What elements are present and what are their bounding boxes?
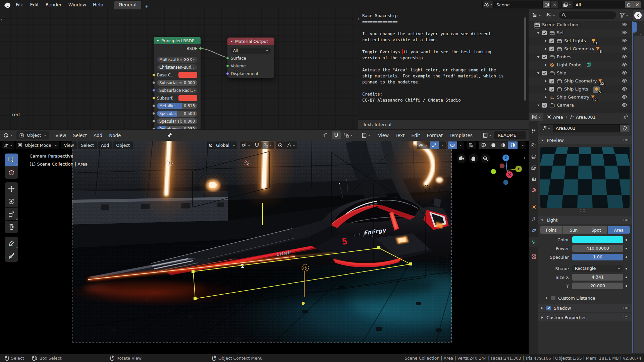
disclosure-triangle[interactable] <box>544 47 547 52</box>
shader-menu-select[interactable]: Select <box>69 131 90 140</box>
panel-light-header[interactable]: Light <box>538 216 632 224</box>
collection-checkbox[interactable] <box>549 87 554 92</box>
input-socket[interactable] <box>226 57 229 60</box>
scene-name[interactable]: Scene <box>494 2 542 7</box>
area-edge-highlight[interactable] <box>632 21 633 353</box>
shadow-checkbox[interactable] <box>546 306 551 310</box>
node-row-displacement[interactable]: Displacement <box>231 70 271 77</box>
viewport-3d[interactable]: EnErgy 5 CHMP 2 <box>0 141 529 354</box>
properties-tab-render[interactable] <box>529 140 538 150</box>
outliner-item-label[interactable]: Ship Lights <box>564 85 588 93</box>
expand-region-button[interactable] <box>634 12 642 19</box>
proportional-editing-icon[interactable] <box>276 141 285 149</box>
scene-copy-button[interactable] <box>542 1 550 8</box>
overlays-dropdown[interactable] <box>458 141 464 149</box>
outliner-row-light-probe-5[interactable]: Light Probe <box>529 61 632 69</box>
properties-tab-world[interactable] <box>529 185 538 195</box>
add-workspace-button[interactable]: + <box>141 3 152 9</box>
node-collapse-icon[interactable] <box>156 39 159 42</box>
properties-tab-view-layer[interactable] <box>529 163 538 173</box>
node-row-surface[interactable]: Surface <box>231 55 271 61</box>
view-layer-name[interactable]: All <box>573 2 625 7</box>
annotate-tool[interactable] <box>5 237 18 249</box>
outliner-item-label[interactable]: Set <box>557 29 564 37</box>
outliner-item-label[interactable]: Scene Collection <box>542 21 578 29</box>
shader-menu-add[interactable]: Add <box>90 131 106 140</box>
properties-tab-texture[interactable] <box>529 251 538 261</box>
menu-render[interactable]: Render <box>42 2 65 7</box>
outliner-row-ship-geometry-7[interactable]: Ship Geometry32 <box>529 77 632 85</box>
cursor-tool[interactable] <box>5 166 18 179</box>
outliner-row-probes-4[interactable]: Probes <box>529 53 632 61</box>
text-datablock-icon[interactable] <box>481 133 494 138</box>
input-socket[interactable] <box>152 104 155 107</box>
hide-eye-icon[interactable] <box>622 63 627 68</box>
menu-window[interactable]: Window <box>65 2 90 7</box>
size-x-field[interactable]: 4.341 <box>572 274 623 281</box>
shader-menu-node[interactable]: Node <box>106 131 124 140</box>
shading-dropdown[interactable] <box>520 141 526 149</box>
outliner-row-set-geometry-3[interactable]: Set Geometry8 <box>529 45 632 53</box>
panel-drag-dots[interactable] <box>623 139 629 141</box>
node-row-specular[interactable]: Specular:0.500 <box>157 110 197 117</box>
node-principled-bsdf[interactable]: Principled BSDF BSDF Multiscatter GGX Ch… <box>154 37 201 129</box>
gizmo-axis-y-neg[interactable] <box>491 169 496 174</box>
text-menu-edit[interactable]: Edit <box>408 131 423 140</box>
gizmos-dropdown[interactable] <box>439 141 446 149</box>
disclosure-closed-icon[interactable] <box>545 297 548 300</box>
light-id-icon-dropdown[interactable] <box>540 124 553 132</box>
hide-eye-icon[interactable] <box>622 87 627 92</box>
measure-tool[interactable] <box>5 249 18 262</box>
animate-dot[interactable] <box>626 248 627 249</box>
view-layer-icon[interactable] <box>562 1 573 8</box>
properties-tab-output[interactable] <box>529 152 538 162</box>
menu-edit[interactable]: Edit <box>27 2 42 7</box>
rotate-tool[interactable] <box>5 195 18 207</box>
outliner-row-ship-6[interactable]: Ship <box>529 69 632 77</box>
hide-eye-icon[interactable] <box>622 95 627 100</box>
disclosure-triangle[interactable] <box>537 31 540 36</box>
snap-magnet-icon[interactable] <box>252 141 262 149</box>
light-id-name-field[interactable]: Area.001 <box>553 124 620 132</box>
disclosure-triangle[interactable] <box>544 39 547 44</box>
node-dropdown[interactable]: Subsurface Radi.. <box>157 87 197 94</box>
node-material-output[interactable]: Material Output All SurfaceVolumeDisplac… <box>227 38 274 78</box>
node-collapse-icon[interactable] <box>230 40 233 43</box>
datablock-badge-light[interactable]: 7 <box>591 38 596 44</box>
node-row-base-c-[interactable]: Base C.. <box>157 72 197 78</box>
light-color-swatch[interactable] <box>572 236 623 243</box>
panel-preview-header[interactable]: Preview <box>538 136 632 144</box>
hide-eye-icon[interactable] <box>622 22 627 27</box>
viewport-menu-view[interactable]: View <box>61 141 77 149</box>
collection-checkbox[interactable] <box>549 47 554 51</box>
menu-file[interactable]: File <box>12 2 27 7</box>
properties-tab-object[interactable] <box>529 202 538 212</box>
size-y-field[interactable]: 20.000 <box>572 283 623 289</box>
shading-material-icon[interactable] <box>498 141 508 149</box>
sidebar-expand-chevron[interactable]: ‹ <box>523 155 525 161</box>
datablock-badge-mesh[interactable]: 32 <box>590 95 595 101</box>
panel-custom-properties-header[interactable]: Custom Properties <box>538 313 632 321</box>
text-menu-text[interactable]: Text <box>392 131 408 140</box>
collection-checkbox[interactable] <box>542 103 547 108</box>
scene-unlink-button[interactable]: ✕ <box>550 1 558 8</box>
animate-dot[interactable] <box>626 285 627 287</box>
node-row-subsurface-radi-[interactable]: Subsurface Radi.. <box>157 87 197 94</box>
animate-dot[interactable] <box>626 239 627 241</box>
outliner-row-set-1[interactable]: Set <box>529 29 632 37</box>
snap-target-dropdown[interactable] <box>341 132 355 138</box>
toolbar-expand-chevron[interactable]: › <box>0 17 2 22</box>
panel-drag-dots[interactable] <box>623 307 629 309</box>
fake-user-shield-button[interactable] <box>620 124 630 132</box>
snap-with-icon[interactable] <box>262 141 274 149</box>
node-row-specular-ti[interactable]: Specular Ti:0.000 <box>157 118 197 124</box>
text-menu-format[interactable]: Format <box>424 131 446 140</box>
node-slider[interactable]: Specular Ti:0.000 <box>157 118 197 124</box>
outliner-display-mode-dropdown[interactable] <box>531 12 543 18</box>
outliner-filter-dropdown[interactable] <box>618 13 630 18</box>
disclosure-triangle[interactable] <box>544 95 547 100</box>
outliner-item-label[interactable]: Ship Geometry <box>557 93 589 101</box>
panel-shadow-header[interactable]: Shadow <box>538 304 632 312</box>
disclosure-triangle[interactable] <box>537 55 540 60</box>
collection-checkbox[interactable] <box>549 79 554 83</box>
